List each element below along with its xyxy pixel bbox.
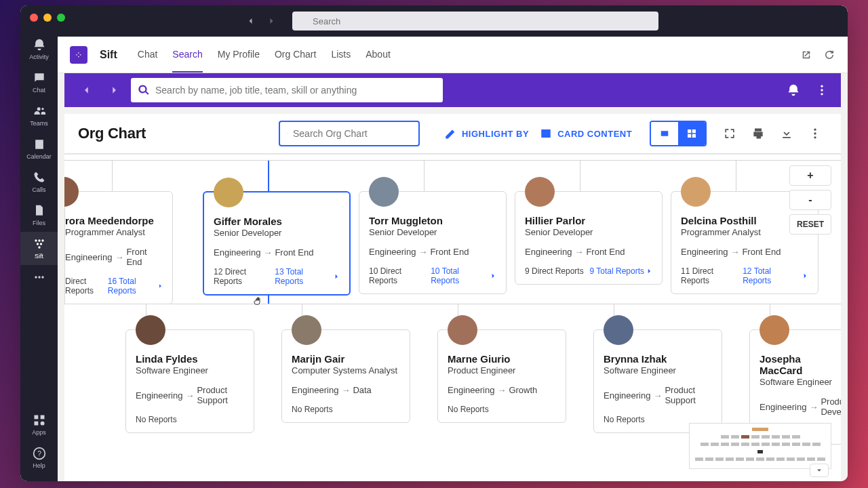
avatar bbox=[292, 315, 321, 345]
svg-rect-23 bbox=[692, 134, 696, 138]
total-reports-link[interactable]: 12 Total Reports bbox=[743, 266, 808, 285]
person-role: Senior Developer bbox=[525, 227, 652, 237]
person-name: Marne Giurio bbox=[448, 353, 556, 365]
org-chart-search-input[interactable] bbox=[293, 128, 412, 139]
org-chart-canvas[interactable]: + - RESET rora Meedendorpe Programmer An… bbox=[64, 153, 841, 481]
person-card[interactable]: Torr Muggleton Senior Developer Engineer… bbox=[359, 191, 507, 294]
nav-tab-about[interactable]: About bbox=[366, 37, 391, 73]
svg-rect-20 bbox=[688, 129, 691, 133]
person-card[interactable]: Giffer Morales Senior Developer Engineer… bbox=[203, 191, 351, 296]
window-controls[interactable] bbox=[30, 14, 65, 22]
rail-label: Apps bbox=[32, 429, 46, 436]
rail-files[interactable]: Files bbox=[20, 199, 58, 232]
zoom-out-button[interactable]: - bbox=[789, 190, 831, 210]
more-vertical-icon[interactable] bbox=[815, 83, 829, 97]
sift-search-input[interactable] bbox=[155, 85, 436, 96]
rail-more[interactable] bbox=[20, 265, 58, 289]
zoom-controls: + - RESET bbox=[789, 165, 831, 235]
svg-point-26 bbox=[814, 136, 816, 138]
total-reports-link[interactable]: 13 Total Reports bbox=[275, 267, 340, 286]
sift-forward-button[interactable] bbox=[104, 80, 124, 100]
svg-point-0 bbox=[35, 239, 37, 241]
rail-chat[interactable]: Chat bbox=[20, 66, 58, 99]
nav-tab-my-profile[interactable]: My Profile bbox=[218, 37, 260, 73]
avatar bbox=[681, 177, 711, 207]
svg-rect-12 bbox=[40, 422, 44, 426]
nav-tab-org-chart[interactable]: Org Chart bbox=[275, 37, 316, 73]
person-card[interactable]: rora Meedendorpe Programmer Analyst Engi… bbox=[64, 191, 173, 304]
rail-label: Sift bbox=[35, 253, 43, 260]
person-name: Marijn Gair bbox=[292, 353, 400, 365]
search-icon bbox=[138, 84, 150, 96]
person-name: Josepha MacCard bbox=[760, 353, 841, 376]
fullscreen-icon[interactable] bbox=[723, 127, 736, 140]
svg-point-24 bbox=[814, 129, 816, 131]
person-dept: Engineering → Product Development bbox=[760, 396, 841, 417]
rail-activity[interactable]: Activity bbox=[20, 33, 58, 66]
bell-icon[interactable] bbox=[787, 83, 800, 97]
org-chart-search[interactable] bbox=[279, 121, 420, 146]
highlight-by-button[interactable]: HIGHLIGHT BY bbox=[444, 127, 529, 140]
total-reports-link[interactable]: 16 Total Reports bbox=[108, 277, 163, 296]
maximize-window-icon[interactable] bbox=[57, 14, 65, 22]
person-card[interactable]: Marne Giurio Product Engineer Engineerin… bbox=[437, 329, 566, 423]
refresh-icon[interactable] bbox=[823, 49, 835, 61]
rail-label: Calls bbox=[32, 186, 45, 193]
person-card[interactable]: Brynna Izhak Software Engineer Engineeri… bbox=[593, 329, 722, 433]
download-icon[interactable] bbox=[780, 127, 793, 140]
person-dept: Engineering → Product Support bbox=[604, 385, 712, 405]
close-window-icon[interactable] bbox=[30, 14, 38, 22]
person-dept: Engineering → Growth bbox=[448, 385, 556, 395]
org-chart-toolbar: Org Chart HIGHLIGHT BY CARD CONTENT bbox=[64, 114, 841, 153]
view-single-button[interactable] bbox=[651, 122, 678, 145]
view-grid-button[interactable] bbox=[678, 122, 705, 145]
person-card[interactable]: Hillier Parlor Senior Developer Engineer… bbox=[515, 191, 663, 285]
svg-rect-19 bbox=[661, 131, 669, 136]
nav-tab-lists[interactable]: Lists bbox=[331, 37, 351, 73]
rail-apps[interactable]: Apps bbox=[20, 408, 58, 441]
person-card[interactable]: Linda Fyldes Software Engineer Engineeri… bbox=[125, 329, 254, 433]
person-name: Brynna Izhak bbox=[604, 353, 712, 365]
open-external-icon[interactable] bbox=[800, 49, 812, 61]
zoom-in-button[interactable]: + bbox=[789, 165, 831, 186]
direct-reports: Direct Reports bbox=[65, 277, 108, 296]
direct-reports: 12 Direct Reports bbox=[214, 267, 275, 286]
rail-help[interactable]: ?Help bbox=[20, 441, 58, 474]
person-role: Computer Systems Analyst bbox=[292, 365, 400, 375]
rail-calls[interactable]: Calls bbox=[20, 165, 58, 199]
global-search-input[interactable] bbox=[292, 12, 658, 30]
rail-sift[interactable]: Sift bbox=[20, 232, 58, 265]
person-name: Torr Muggleton bbox=[369, 215, 496, 226]
minimize-window-icon[interactable] bbox=[43, 14, 52, 22]
rail-calendar[interactable]: Calendar bbox=[20, 132, 58, 165]
sift-back-button[interactable] bbox=[77, 80, 97, 100]
rail-label: Chat bbox=[33, 87, 45, 94]
person-role: Programmer Analyst bbox=[65, 227, 163, 237]
print-icon[interactable] bbox=[751, 127, 765, 140]
avatar bbox=[214, 178, 243, 207]
total-reports-link[interactable]: 10 Total Reports bbox=[431, 266, 496, 285]
person-role: Software Engineer bbox=[136, 365, 244, 375]
svg-rect-10 bbox=[40, 415, 44, 420]
person-card[interactable]: Marijn Gair Computer Systems Analyst Eng… bbox=[281, 329, 410, 423]
collapse-minimap-button[interactable] bbox=[810, 464, 829, 477]
more-vertical-icon[interactable] bbox=[808, 127, 822, 140]
zoom-reset-button[interactable]: RESET bbox=[789, 214, 831, 235]
person-name: rora Meedendorpe bbox=[65, 215, 163, 226]
titlebar bbox=[58, 5, 848, 37]
svg-point-7 bbox=[38, 276, 40, 278]
total-reports-link[interactable]: 9 Total Reports bbox=[590, 266, 653, 276]
nav-tab-chat[interactable]: Chat bbox=[138, 37, 158, 73]
nav-forward-button[interactable] bbox=[262, 12, 280, 30]
rail-teams[interactable]: Teams bbox=[20, 99, 58, 132]
svg-rect-11 bbox=[34, 422, 38, 426]
minimap[interactable] bbox=[689, 423, 831, 469]
svg-point-6 bbox=[35, 276, 37, 278]
rail-label: Teams bbox=[30, 120, 48, 127]
nav-back-button[interactable] bbox=[242, 12, 260, 30]
svg-text:?: ? bbox=[37, 450, 41, 458]
card-content-button[interactable]: CARD CONTENT bbox=[540, 127, 632, 140]
person-role: Senior Developer bbox=[214, 228, 340, 238]
highlight-label: HIGHLIGHT BY bbox=[462, 129, 529, 139]
nav-tab-search[interactable]: Search bbox=[172, 37, 202, 73]
